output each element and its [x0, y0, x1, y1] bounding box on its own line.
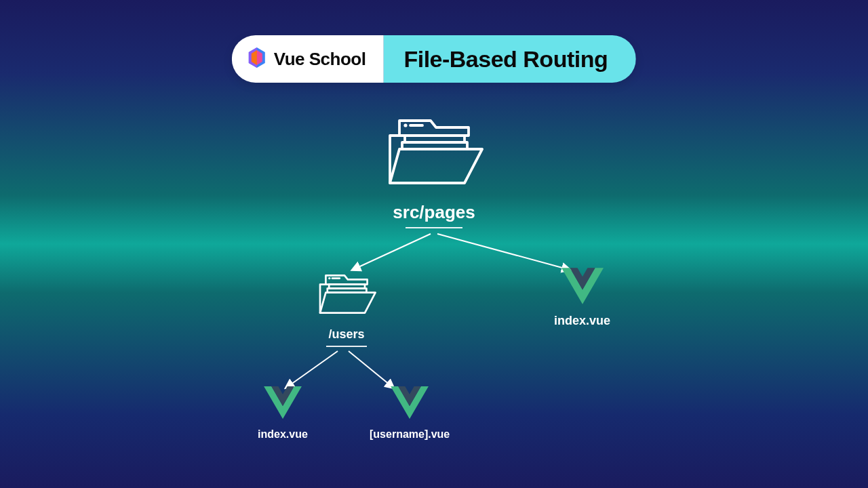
brand-block: Vue School	[232, 35, 384, 83]
node-root-folder: src/pages	[383, 108, 485, 228]
title-block: File-Based Routing	[383, 35, 636, 83]
page-title: File-Based Routing	[403, 46, 608, 73]
underline	[406, 227, 462, 228]
svg-point-4	[403, 123, 407, 127]
folder-open-icon	[316, 268, 377, 323]
file-label: index.vue	[258, 428, 308, 441]
node-index-file-2: index.vue	[258, 386, 308, 441]
node-users-folder: /users	[316, 268, 377, 347]
node-username-file: [username].vue	[370, 386, 450, 441]
vue-logo-icon	[391, 386, 429, 422]
vue-logo-icon	[264, 386, 302, 422]
brand-text: Vue School	[274, 49, 366, 70]
users-label: /users	[328, 327, 364, 342]
svg-line-0	[353, 234, 431, 270]
root-label: src/pages	[393, 202, 475, 223]
header-pill: Vue School File-Based Routing	[232, 35, 636, 83]
svg-line-2	[286, 351, 338, 388]
svg-line-1	[437, 234, 570, 270]
underline	[326, 346, 367, 347]
file-label: [username].vue	[370, 428, 450, 441]
folder-open-icon	[383, 108, 485, 198]
node-index-file: index.vue	[554, 268, 610, 328]
svg-line-3	[349, 351, 393, 388]
vueschool-logo-icon	[247, 46, 267, 72]
vue-logo-icon	[561, 268, 604, 307]
file-label: index.vue	[554, 314, 610, 328]
svg-point-6	[328, 277, 330, 279]
